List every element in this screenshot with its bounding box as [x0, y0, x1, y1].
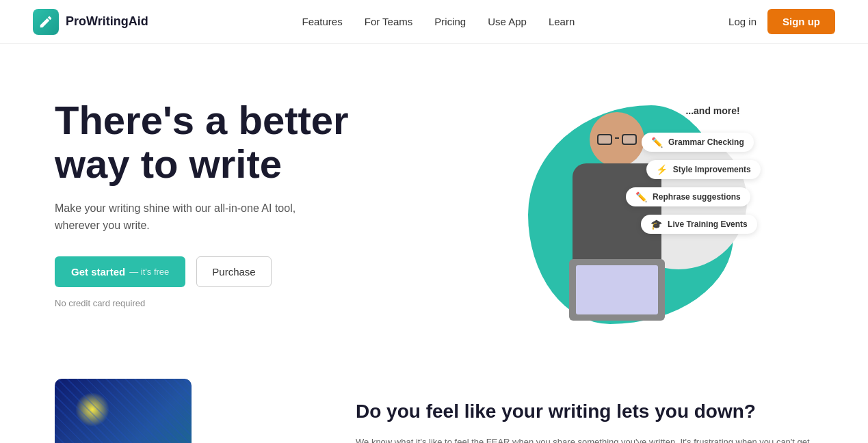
brand-name: ProWritingAid — [66, 14, 148, 29]
get-started-button[interactable]: Get started — it's free — [55, 256, 185, 287]
chip-rephrase-label: Rephrase suggestions — [653, 192, 741, 202]
chip-grammar: ✏️ Grammar Checking — [642, 133, 754, 152]
art-cards: My idea in my head — [55, 379, 301, 443]
signup-button[interactable]: Sign up — [767, 9, 835, 34]
login-button[interactable]: Log in — [728, 16, 757, 27]
logo-icon — [33, 9, 59, 35]
section-two-content: Do you feel like your writing lets you d… — [356, 379, 813, 443]
nav-links: Features For Teams Pricing Use App Learn — [302, 16, 575, 27]
laptop-screen — [576, 265, 658, 314]
hero-title-line1: There's a better — [55, 98, 349, 142]
art-cards-area: My idea in my head — [55, 379, 315, 443]
nav-features[interactable]: Features — [302, 16, 343, 27]
hero-content: There's a better way to write Make your … — [55, 85, 421, 308]
get-started-label: Get started — [71, 266, 125, 278]
chip-grammar-label: Grammar Checking — [668, 137, 744, 147]
training-icon: 🎓 — [650, 219, 662, 230]
nav-pricing[interactable]: Pricing — [434, 16, 466, 27]
rephrase-icon: ✏️ — [635, 191, 647, 202]
hero-illustration: ...and more! ✦ — [448, 85, 814, 331]
no-credit-card-text: No credit card required — [55, 298, 421, 308]
swirl-overlay — [55, 379, 192, 443]
section-two-title: Do you feel like your writing lets you d… — [356, 399, 813, 424]
laptop-illustration — [569, 259, 665, 321]
brand-logo[interactable]: ProWritingAid — [33, 9, 148, 35]
glasses-icon — [597, 134, 637, 145]
illustration-container: ...and more! ✦ — [501, 92, 761, 324]
free-tag: — it's free — [129, 267, 169, 277]
hero-buttons: Get started — it's free Purchase — [55, 256, 421, 287]
hero-section: There's a better way to write Make your … — [0, 44, 868, 358]
chip-style-label: Style Improvements — [673, 165, 751, 174]
chip-training-label: Live Training Events — [668, 219, 748, 229]
section-two-text: We know what it's like to feel the FEAR … — [356, 435, 813, 443]
grammar-icon: ✏️ — [651, 137, 663, 148]
nav-for-teams[interactable]: For Teams — [365, 16, 413, 27]
and-more-label: ...and more! — [685, 105, 739, 116]
hero-subtitle: Make your writing shine with our all-in-… — [55, 200, 315, 234]
nav-actions: Log in Sign up — [728, 9, 835, 34]
chip-rephrase: ✏️ Rephrase suggestions — [626, 187, 750, 206]
navbar: ProWritingAid Features For Teams Pricing… — [0, 0, 868, 44]
chip-training: 🎓 Live Training Events — [641, 215, 757, 234]
chip-style: ⚡ Style Improvements — [646, 160, 761, 179]
section-two: My idea in my head Do you feel like your… — [0, 358, 868, 443]
nav-learn[interactable]: Learn — [549, 16, 575, 27]
hero-title-line2: way to write — [55, 142, 282, 186]
hero-title: There's a better way to write — [55, 98, 421, 186]
person-head — [590, 112, 644, 167]
nav-use-app[interactable]: Use App — [488, 16, 527, 27]
starry-night-card — [55, 379, 192, 443]
style-icon: ⚡ — [656, 164, 668, 175]
purchase-button[interactable]: Purchase — [196, 256, 271, 287]
